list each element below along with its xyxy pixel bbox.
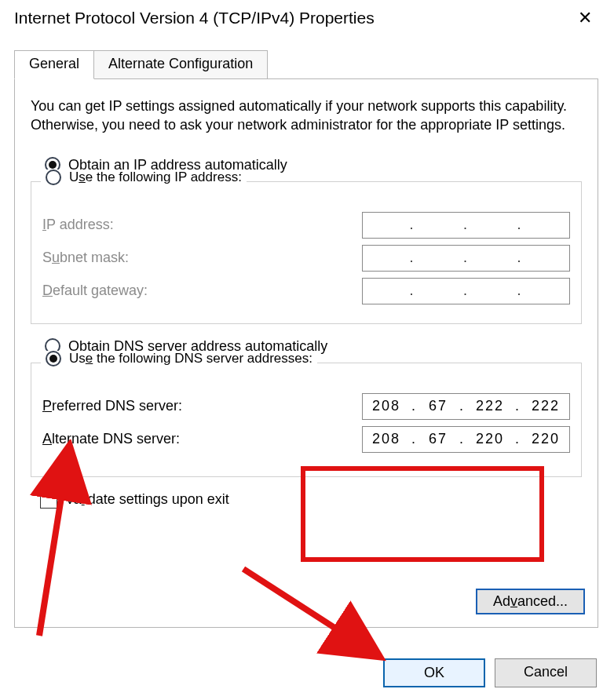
label-subnet: Subnet mask: [42, 250, 129, 266]
ok-button[interactable]: OK [383, 658, 485, 687]
row-gateway: Default gateway: ... [42, 278, 570, 304]
row-preferred-dns: Preferred DNS server: 208.67.222.222 [42, 393, 570, 420]
fieldset-ip-manual: Use the following IP address: IP address… [31, 181, 582, 324]
label-ip-address: IP address: [42, 217, 114, 233]
input-gateway[interactable]: ... [362, 278, 570, 304]
label-alternate-dns: Alternate DNS server: [42, 431, 180, 447]
radio-ip-manual[interactable]: Use the following IP address: [41, 170, 247, 185]
input-ip-address[interactable]: ... [362, 212, 570, 239]
row-subnet: Subnet mask: ... [42, 245, 570, 272]
radio-icon[interactable] [46, 170, 61, 185]
checkbox-icon[interactable] [40, 491, 57, 509]
row-ip-address: IP address: ... [42, 212, 570, 239]
tab-alternate[interactable]: Alternate Configuration [93, 50, 268, 79]
dialog-button-row: OK Cancel [383, 658, 597, 687]
label-preferred-dns: Preferred DNS server: [42, 398, 182, 414]
general-panel: You can get IP settings assigned automat… [14, 78, 598, 628]
radio-ip-manual-label: Use the following IP address: [69, 170, 242, 185]
input-alternate-dns[interactable]: 208.67.220.220 [362, 426, 570, 453]
checkbox-validate-exit[interactable]: Validate settings upon exit [40, 491, 582, 509]
titlebar: Internet Protocol Version 4 (TCP/IPv4) P… [0, 0, 614, 36]
tab-strip: General Alternate Configuration [14, 50, 614, 79]
input-subnet[interactable]: ... [362, 245, 570, 272]
checkbox-validate-label: Validate settings upon exit [65, 491, 229, 508]
description-text: You can get IP settings assigned automat… [31, 97, 582, 135]
close-icon[interactable]: ✕ [572, 6, 598, 30]
input-preferred-dns[interactable]: 208.67.222.222 [362, 393, 570, 420]
fieldset-dns-manual: Use the following DNS server addresses: … [31, 363, 582, 477]
radio-dns-manual[interactable]: Use the following DNS server addresses: [41, 351, 317, 366]
radio-dns-manual-label: Use the following DNS server addresses: [69, 351, 312, 366]
row-alternate-dns: Alternate DNS server: 208.67.220.220 [42, 426, 570, 453]
advanced-button[interactable]: Advanced... [476, 589, 585, 614]
radio-icon[interactable] [46, 351, 61, 366]
window-title: Internet Protocol Version 4 (TCP/IPv4) P… [14, 9, 375, 27]
cancel-button[interactable]: Cancel [495, 658, 597, 687]
label-gateway: Default gateway: [42, 283, 148, 299]
tab-general[interactable]: General [14, 50, 94, 79]
